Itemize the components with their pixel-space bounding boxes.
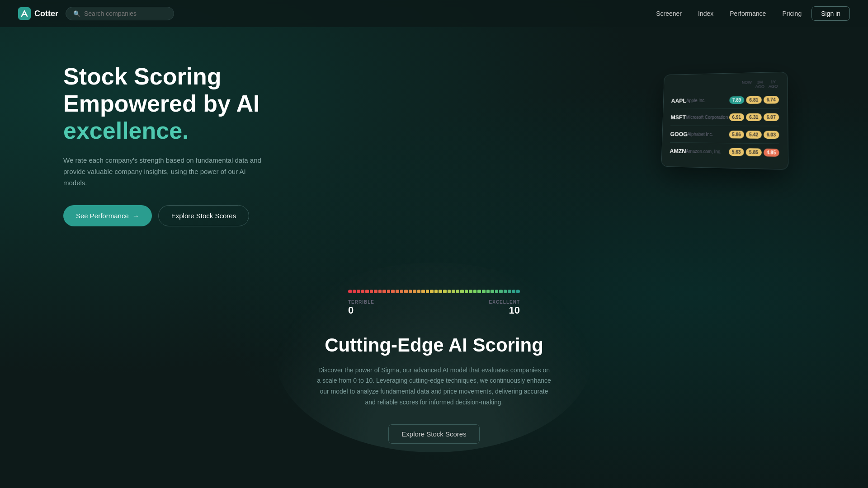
score-num-right: 10 [489,305,520,316]
hero-section: Stock Scoring Empowered by AI excellence… [0,27,868,253]
nav-screener[interactable]: Screener [650,7,688,20]
bar-segment [439,290,442,293]
score-num-left: 0 [348,305,374,316]
score-bar-wrap [348,290,520,296]
navbar: Cotter 🔍 Screener Index Performance Pric… [0,0,868,27]
bar-segment [417,290,421,293]
hero-title-line1: Stock Scoring [63,63,222,89]
hero-title-line2: Empowered by AI [63,90,259,117]
score-labels: TERRIBLE 0 EXCELLENT 10 [348,300,520,316]
bar-segment [404,290,408,293]
bar-segment [499,290,503,293]
bar-segment [361,290,365,293]
score-label-right: EXCELLENT 10 [489,300,520,316]
signin-button[interactable]: Sign in [811,6,850,21]
bar-segment [469,290,472,293]
bar-segment [465,290,468,293]
hero-subtitle: We rate each company's strength based on… [63,155,271,188]
bar-segment [357,290,360,293]
bar-segment [382,290,386,293]
nav-pricing[interactable]: Pricing [776,7,808,20]
bar-segment [413,290,416,293]
hero-title-highlight: excellence. [63,117,189,144]
bar-segment [421,290,425,293]
hero-title: Stock Scoring Empowered by AI excellence… [63,63,326,144]
bar-segment [512,290,516,293]
svg-rect-0 [18,7,31,20]
bar-segment [400,290,404,293]
table-row: AMZN Amazon.com, Inc. 5.63 5.85 4.85 [670,143,779,162]
bar-segment [477,290,481,293]
bar-segment [448,290,451,293]
bar-segment [495,290,499,293]
hero-right: NOW 3M AGO 1Y AGO AAPL Apple Inc. 7.89 6… [660,72,805,217]
score-bar [348,290,520,293]
explore-stock-scores-button[interactable]: Explore Stock Scores [158,205,249,226]
bar-segment [460,290,464,293]
table-row: GOOG Alphabet Inc. 5.86 5.42 6.03 [670,126,779,144]
bar-segment [434,290,438,293]
nav-index[interactable]: Index [692,7,720,20]
bar-segment [486,290,490,293]
nav-performance[interactable]: Performance [723,7,772,20]
logo-icon [18,7,31,20]
bar-segment [482,290,486,293]
see-performance-button[interactable]: See Performance → [63,205,152,226]
bar-segment [473,290,477,293]
bar-segment [396,290,399,293]
table-row: MSFT Microsoft Corporation 6.91 6.31 6.0… [670,109,779,127]
bar-segment [504,290,507,293]
bar-segment [409,290,412,293]
hero-left: Stock Scoring Empowered by AI excellence… [63,63,326,226]
nav-left: Cotter 🔍 [18,7,174,20]
excellent-label: EXCELLENT [489,300,520,305]
search-bar[interactable]: 🔍 [66,7,174,20]
brand-name: Cotter [34,9,58,19]
section-title: Cutting-Edge AI Scoring [325,334,543,356]
bar-segment [378,290,382,293]
hero-buttons: See Performance → Explore Stock Scores [63,205,326,226]
bar-segment [365,290,369,293]
score-section: TERRIBLE 0 EXCELLENT 10 Cutting-Edge AI … [0,253,868,471]
search-icon: 🔍 [73,10,80,17]
bar-segment [353,290,356,293]
bar-segment [508,290,511,293]
bar-segment [426,290,429,293]
bar-segment [391,290,395,293]
arrow-right-icon: → [132,212,139,220]
score-content: TERRIBLE 0 EXCELLENT 10 Cutting-Edge AI … [316,290,552,444]
bar-segment [374,290,377,293]
nav-links: Screener Index Performance Pricing Sign … [650,6,850,21]
table-row: AAPL Apple Inc. 7.89 6.81 6.74 [671,91,779,109]
bar-segment [387,290,391,293]
bar-segment [370,290,373,293]
stock-card: NOW 3M AGO 1Y AGO AAPL Apple Inc. 7.89 6… [661,72,788,170]
section-body: Discover the power of Sigma, our advance… [316,365,552,408]
terrible-label: TERRIBLE [348,300,374,305]
score-label-left: TERRIBLE 0 [348,300,374,316]
bar-segment [430,290,434,293]
bar-segment [516,290,520,293]
bar-segment [348,290,352,293]
bar-segment [491,290,494,293]
bar-segment [443,290,447,293]
search-input[interactable] [84,10,166,17]
bar-segment [456,290,460,293]
logo[interactable]: Cotter [18,7,58,20]
explore-stock-scores-button-2[interactable]: Explore Stock Scores [388,424,479,444]
bar-segment [452,290,455,293]
